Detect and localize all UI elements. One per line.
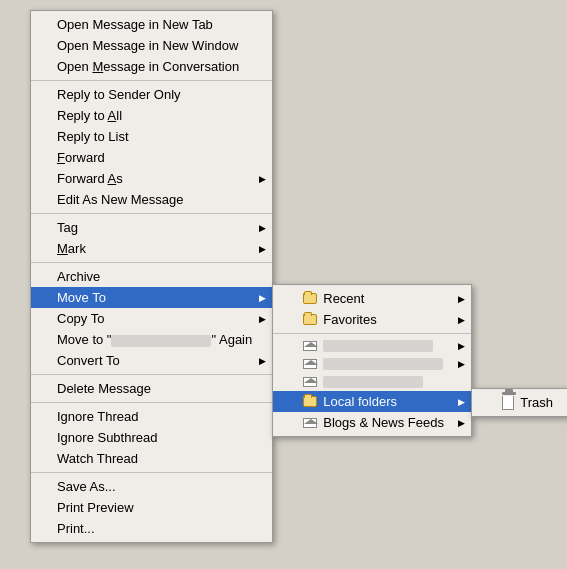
move-to[interactable]: Move To Recent Favorites	[31, 287, 272, 308]
favorites[interactable]: Favorites	[273, 309, 471, 330]
email-icon	[303, 359, 317, 369]
account-2[interactable]	[273, 355, 471, 373]
tag[interactable]: Tag	[31, 217, 272, 238]
save-as[interactable]: Save As...	[31, 476, 272, 497]
email-icon	[303, 341, 317, 351]
watch-thread[interactable]: Watch Thread	[31, 448, 272, 469]
reply-list[interactable]: Reply to List	[31, 126, 272, 147]
submenu-separator-1	[273, 333, 471, 334]
reply-sender[interactable]: Reply to Sender Only	[31, 84, 272, 105]
mark[interactable]: Mark	[31, 238, 272, 259]
separator-4	[31, 374, 272, 375]
account-3[interactable]	[273, 373, 471, 391]
move-again[interactable]: Move to " " Again	[31, 329, 272, 350]
local-folders[interactable]: Local folders Trash	[273, 391, 471, 412]
open-conversation[interactable]: Open Message in Conversation	[31, 56, 272, 77]
email-icon	[303, 377, 317, 387]
open-new-tab[interactable]: Open Message in New Tab	[31, 14, 272, 35]
separator-1	[31, 80, 272, 81]
convert-to[interactable]: Convert To	[31, 350, 272, 371]
trash[interactable]: Trash	[472, 392, 567, 413]
local-folders-submenu: Trash	[471, 388, 567, 417]
ignore-thread[interactable]: Ignore Thread	[31, 406, 272, 427]
recent[interactable]: Recent	[273, 288, 471, 309]
trash-icon	[502, 396, 514, 410]
main-context-menu: Open Message in New Tab Open Message in …	[30, 10, 273, 543]
separator-2	[31, 213, 272, 214]
account-1[interactable]	[273, 337, 471, 355]
open-new-window[interactable]: Open Message in New Window	[31, 35, 272, 56]
blogs-news-feeds[interactable]: Blogs & News Feeds	[273, 412, 471, 433]
separator-3	[31, 262, 272, 263]
forward[interactable]: Forward	[31, 147, 272, 168]
folder-icon	[303, 293, 317, 304]
print[interactable]: Print...	[31, 518, 272, 539]
edit-as-new[interactable]: Edit As New Message	[31, 189, 272, 210]
separator-6	[31, 472, 272, 473]
email-icon	[303, 418, 317, 428]
separator-5	[31, 402, 272, 403]
copy-to[interactable]: Copy To	[31, 308, 272, 329]
print-preview[interactable]: Print Preview	[31, 497, 272, 518]
reply-all[interactable]: Reply to All	[31, 105, 272, 126]
forward-as[interactable]: Forward As	[31, 168, 272, 189]
ignore-subthread[interactable]: Ignore Subthread	[31, 427, 272, 448]
delete-message[interactable]: Delete Message	[31, 378, 272, 399]
folder-icon	[303, 314, 317, 325]
archive[interactable]: Archive	[31, 266, 272, 287]
folder-icon	[303, 396, 317, 407]
move-to-submenu: Recent Favorites	[272, 284, 472, 437]
